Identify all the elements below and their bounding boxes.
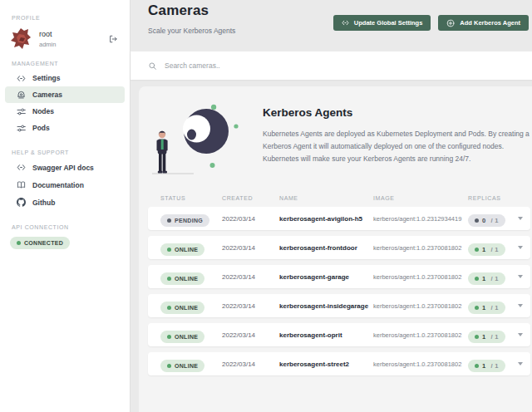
book-icon	[16, 180, 26, 190]
sidebar-item-nodes[interactable]: Nodes	[5, 103, 125, 120]
created-date: 2022/03/14	[222, 360, 279, 368]
status-badge: ONLINE	[160, 302, 204, 314]
camera-icon	[16, 90, 26, 100]
agent-image: kerberos/agent:1.0.2370081802	[373, 273, 468, 281]
chevron-down-icon[interactable]	[518, 217, 523, 220]
chevron-down-icon[interactable]	[518, 362, 523, 365]
created-date: 2022/03/14	[222, 244, 279, 252]
plus-circle-icon	[446, 19, 455, 27]
table-row[interactable]: ONLINE 2022/03/14 kerberosagent-frontdoo…	[148, 236, 530, 259]
agent-name: kerberosagent-avigilon-h5	[279, 215, 373, 223]
profile-username: root	[39, 30, 108, 38]
agent-image: kerberos/agent:1.0.2370081802	[373, 331, 468, 339]
intro-section: Kerberos Agents Kubernetes Agents are de…	[148, 93, 530, 180]
sliders-icon	[16, 106, 26, 116]
help-section-label: HELP & SUPPORT	[12, 150, 130, 155]
table-row[interactable]: ONLINE 2022/03/14 kerberosagent-oprit ke…	[148, 323, 530, 346]
agent-name: kerberosagent-oprit	[279, 331, 373, 339]
sidebar: PROFILE root admin MANAGEMENT Settings	[0, 0, 131, 412]
status-badge: ONLINE	[160, 360, 204, 372]
table-header-row: STATUS CREATED NAME IMAGE REPLICAS	[148, 189, 530, 207]
agent-image: kerberos/agent:1.0.2312934419	[373, 215, 468, 223]
col-header-status: STATUS	[160, 195, 222, 201]
page-subtitle: Scale your Kerberos Agents	[148, 24, 241, 38]
created-date: 2022/03/14	[222, 273, 279, 281]
replicas-badge: 1/ 1	[468, 302, 505, 314]
add-kerberos-agent-button[interactable]: Add Kerberos Agent	[438, 15, 529, 31]
replicas-badge: 1/ 1	[468, 360, 505, 372]
sidebar-item-cameras[interactable]: Cameras	[5, 86, 125, 103]
sidebar-item-pods[interactable]: Pods	[5, 120, 125, 136]
agent-name: kerberosagent-insidegarage	[279, 302, 373, 310]
table-row[interactable]: ONLINE 2022/03/14 kerberosagent-insidega…	[148, 294, 530, 317]
sidebar-item-label: Settings	[32, 74, 61, 82]
table-row[interactable]: ONLINE 2022/03/14 kerberosagent-garage k…	[148, 265, 530, 288]
sidebar-item-label: Swagger API docs	[32, 164, 94, 172]
replicas-badge: 1/ 1	[468, 243, 505, 256]
replicas-badge: 1/ 1	[468, 272, 505, 285]
agent-name: kerberosagent-frontdoor	[279, 244, 373, 252]
management-nav: Settings Cameras Nodes	[0, 70, 130, 136]
sidebar-item-label: Cameras	[32, 91, 62, 99]
col-header-image: IMAGE	[373, 195, 468, 201]
intro-description: Kubernetes Agents are deployed as Kubern…	[263, 128, 530, 165]
col-header-created: CREATED	[222, 195, 279, 201]
agents-table: STATUS CREATED NAME IMAGE REPLICAS PENDI…	[148, 189, 530, 375]
github-icon	[16, 198, 26, 208]
sidebar-item-label: Nodes	[32, 107, 54, 115]
sidebar-item-github[interactable]: Github	[5, 194, 125, 211]
agent-image: kerberos/agent:1.0.2370081802	[373, 360, 468, 368]
main-content: Cameras Scale your Kerberos Agents Updat…	[131, 0, 532, 412]
eye-person-illustration	[148, 93, 256, 180]
chevron-down-icon[interactable]	[518, 304, 523, 307]
created-date: 2022/03/14	[222, 331, 279, 339]
status-badge: ONLINE	[160, 272, 204, 285]
agent-image: kerberos/agent:1.0.2370081802	[373, 302, 468, 310]
status-badge: PENDING	[160, 214, 209, 227]
status-badge: ONLINE	[160, 331, 204, 343]
code-brackets-icon	[16, 163, 26, 173]
logout-icon[interactable]	[108, 34, 118, 44]
sidebar-item-label: Pods	[32, 124, 50, 132]
profile-section-label: PROFILE	[12, 15, 130, 21]
status-badge: ONLINE	[160, 243, 204, 256]
sidebar-item-label: Documentation	[32, 181, 84, 189]
api-status-badge: CONNECTED	[10, 237, 70, 249]
agent-image: kerberos/agent:1.0.2370081802	[373, 244, 468, 252]
profile-card: root admin	[10, 27, 120, 51]
sidebar-item-documentation[interactable]: Documentation	[5, 176, 125, 194]
chevron-down-icon[interactable]	[518, 275, 523, 278]
status-dot	[17, 241, 21, 245]
sidebar-item-settings[interactable]: Settings	[5, 70, 125, 86]
sidebar-item-swagger[interactable]: Swagger API docs	[5, 159, 125, 176]
profile-role: admin	[39, 41, 108, 48]
page-header: Cameras Scale your Kerberos Agents Updat…	[131, 0, 532, 52]
page-title: Cameras	[148, 2, 241, 19]
code-brackets-icon	[16, 73, 26, 83]
content-panel: Kerberos Agents Kubernetes Agents are de…	[139, 86, 532, 412]
code-brackets-icon	[342, 19, 349, 27]
replicas-badge: 1/ 1	[468, 331, 505, 343]
table-row[interactable]: PENDING 2022/03/14 kerberosagent-avigilo…	[148, 207, 530, 230]
api-section-label: API CONNECTION	[12, 224, 130, 230]
management-section-label: MANAGEMENT	[12, 61, 130, 66]
chevron-down-icon[interactable]	[518, 333, 523, 336]
agent-name: kerberosagent-street2	[279, 360, 373, 368]
intro-title: Kerberos Agents	[263, 106, 530, 119]
help-nav: Swagger API docs Documentation Github	[0, 159, 130, 211]
sidebar-item-label: Github	[32, 199, 55, 207]
agent-name: kerberosagent-garage	[279, 273, 373, 281]
col-header-name: NAME	[279, 195, 373, 201]
search-input[interactable]	[165, 61, 447, 70]
chevron-down-icon[interactable]	[518, 246, 523, 249]
sliders-icon	[16, 123, 26, 133]
search-icon	[148, 61, 157, 71]
table-row[interactable]: ONLINE 2022/03/14 kerberosagent-street2 …	[148, 352, 530, 375]
col-header-replicas: REPLICAS	[468, 195, 518, 201]
search-bar	[131, 52, 532, 80]
created-date: 2022/03/14	[222, 215, 279, 223]
replicas-badge: 0/ 1	[468, 214, 505, 227]
update-global-settings-button[interactable]: Update Global Settings	[333, 15, 431, 31]
kerberos-logo-avatar	[10, 27, 32, 51]
created-date: 2022/03/14	[222, 302, 279, 310]
